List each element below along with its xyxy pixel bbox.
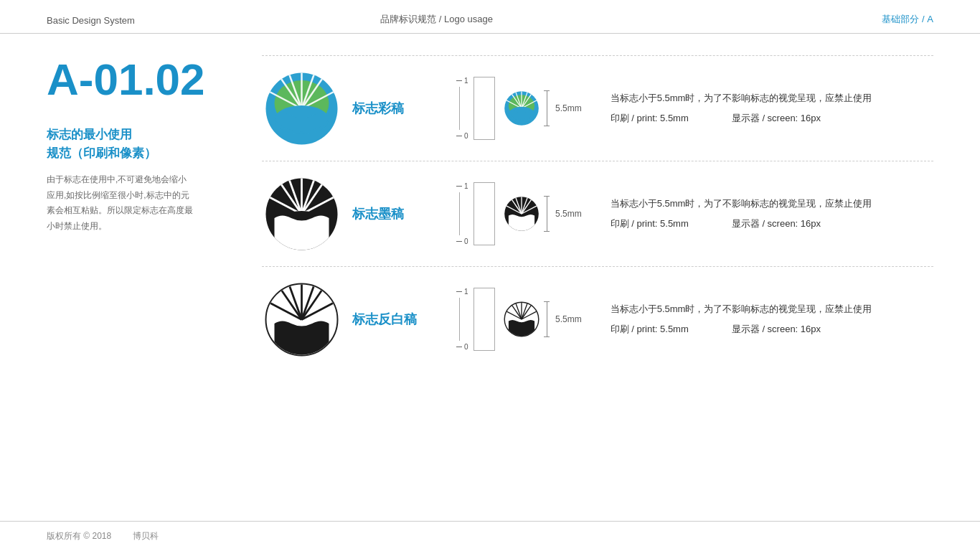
logo-black-large (262, 174, 341, 253)
info-specs-reverse: 印刷 / print: 5.5mm 显示器 / screen: 16px (611, 323, 933, 336)
logo-color-label: 标志彩稿 (352, 100, 417, 117)
footer-copyright: 版权所有 © 2018 (47, 530, 111, 542)
header-left-title: Basic Design System (47, 15, 135, 26)
measure-ruler-color: 1 0 (456, 77, 495, 140)
header-right-section: 基础部分 / A (882, 13, 933, 26)
size-block-color: 5.5mm (502, 89, 582, 128)
info-warning-color: 当标志小于5.5mm时，为了不影响标志的视觉呈现，应禁止使用 (611, 92, 933, 105)
logo-black-label: 标志墨稿 (352, 205, 417, 222)
logo-row-black: 标志墨稿 1 0 (262, 161, 933, 267)
info-col-black: 当标志小于5.5mm时，为了不影响标志的视觉呈现，应禁止使用 印刷 / prin… (611, 197, 933, 230)
section-desc: 由于标志在使用中,不可避免地会缩小 应用,如按比例缩至很小时,标志中的元 素会相… (47, 172, 233, 234)
header-center-title: 品牌标识规范 / Logo usage (380, 13, 493, 26)
right-column: 标志彩稿 1 0 (255, 55, 933, 372)
info-specs-black: 印刷 / print: 5.5mm 显示器 / screen: 16px (611, 217, 933, 230)
measure-ruler-reverse: 1 0 (456, 288, 495, 351)
info-specs-color: 印刷 / print: 5.5mm 显示器 / screen: 16px (611, 112, 933, 125)
info-warning-reverse: 当标志小于5.5mm时，为了不影响标志的视觉呈现，应禁止使用 (611, 303, 933, 316)
logo-reverse-mini (502, 300, 541, 339)
page-footer: 版权所有 © 2018 博贝科 (0, 521, 980, 551)
logo-color-mini (502, 89, 541, 128)
size-block-black: 5.5mm (502, 194, 582, 233)
info-col-reverse: 当标志小于5.5mm时，为了不影响标志的视觉呈现，应禁止使用 印刷 / prin… (611, 303, 933, 336)
logo-black-mini (502, 194, 541, 233)
info-warning-black: 当标志小于5.5mm时，为了不影响标志的视觉呈现，应禁止使用 (611, 197, 933, 210)
section-title: 标志的最小使用 规范（印刷和像素） (47, 126, 233, 162)
size-value-black: 5.5mm (555, 209, 582, 219)
info-col-color: 当标志小于5.5mm时，为了不影响标志的视觉呈现，应禁止使用 印刷 / prin… (611, 92, 933, 125)
logo-row-color: 标志彩稿 1 0 (262, 55, 933, 161)
left-column: A-01.02 标志的最小使用 规范（印刷和像素） 由于标志在使用中,不可避免地… (47, 55, 255, 372)
logo-row-reverse: 标志反白稿 1 0 (262, 267, 933, 372)
logo-reverse-label: 标志反白稿 (352, 311, 417, 328)
main-content: A-01.02 标志的最小使用 规范（印刷和像素） 由于标志在使用中,不可避免地… (0, 34, 980, 372)
logo-reverse-large (262, 280, 341, 359)
logo-color-large (262, 69, 341, 148)
size-block-reverse: 5.5mm (502, 300, 582, 339)
measure-ruler-black: 1 0 (456, 182, 495, 245)
size-value-reverse: 5.5mm (555, 314, 582, 324)
footer-company: 博贝科 (133, 530, 159, 542)
page-header: Basic Design System 品牌标识规范 / Logo usage … (0, 0, 980, 34)
size-value-color: 5.5mm (555, 103, 582, 113)
page-code: A-01.02 (47, 55, 233, 104)
